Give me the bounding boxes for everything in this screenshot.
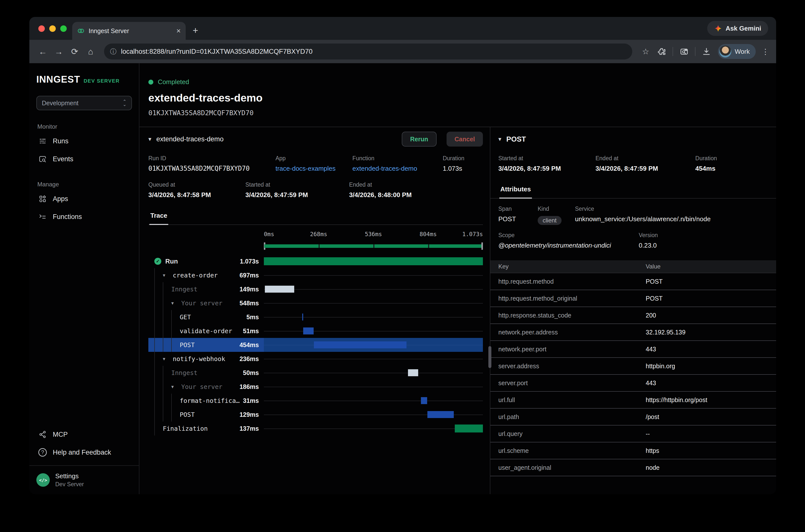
maximize-window-button[interactable] bbox=[60, 25, 67, 32]
tree-guide-line bbox=[171, 394, 180, 407]
trace-row[interactable]: GET5ms bbox=[148, 310, 483, 324]
attribute-row[interactable]: url.path/post bbox=[490, 408, 776, 425]
trace-row[interactable]: ▾notify-webhook236ms bbox=[148, 352, 483, 366]
span-bar[interactable] bbox=[314, 341, 407, 348]
attribute-row[interactable]: http.response.status_code200 bbox=[490, 307, 776, 324]
cancel-button[interactable]: Cancel bbox=[447, 132, 483, 147]
attribute-row[interactable]: server.addresshttpbin.org bbox=[490, 358, 776, 375]
row-track-line bbox=[264, 303, 483, 304]
main-content: Completed extended-traces-demo 01KJXTWA3… bbox=[139, 63, 776, 494]
back-icon[interactable]: ← bbox=[36, 47, 49, 56]
sidebar-item-apps[interactable]: Apps bbox=[36, 190, 132, 208]
sidebar-item-mcp[interactable]: MCP bbox=[36, 425, 132, 443]
tab-trace[interactable]: Trace bbox=[149, 208, 168, 225]
new-tab-button[interactable]: + bbox=[193, 25, 198, 36]
ask-gemini-button[interactable]: Ask Gemini bbox=[707, 21, 768, 36]
span-bar[interactable] bbox=[427, 411, 454, 418]
row-track-line bbox=[264, 401, 483, 401]
profile-button[interactable]: Work bbox=[718, 44, 756, 59]
span-bar[interactable] bbox=[264, 257, 483, 265]
attribute-row[interactable]: server.port443 bbox=[490, 375, 776, 392]
menu-kebab-icon[interactable]: ⋮ bbox=[762, 47, 769, 56]
tab-search-icon[interactable] bbox=[677, 47, 691, 56]
span-bar[interactable] bbox=[265, 286, 294, 292]
trace-row[interactable]: ▾create-order697ms bbox=[148, 268, 483, 282]
minimap-tick bbox=[373, 244, 374, 248]
attribute-row[interactable]: url.fullhttps://httpbin.org/post bbox=[490, 392, 776, 408]
row-track-line bbox=[264, 275, 483, 276]
attribute-row[interactable]: url.schemehttps bbox=[490, 442, 776, 459]
browser-tab[interactable]: Inngest Server × bbox=[72, 22, 186, 40]
trace-row[interactable]: Inngest50ms bbox=[148, 366, 483, 380]
timeline-minimap[interactable] bbox=[264, 242, 483, 250]
attribute-value: /post bbox=[646, 413, 776, 420]
forward-icon[interactable]: → bbox=[52, 47, 65, 56]
trace-row[interactable]: Finalization137ms bbox=[148, 421, 483, 435]
minimize-window-button[interactable] bbox=[49, 25, 56, 32]
attribute-key: url.scheme bbox=[498, 447, 646, 454]
tab-close-icon[interactable]: × bbox=[176, 27, 181, 35]
extensions-icon[interactable] bbox=[655, 47, 668, 56]
reload-icon[interactable]: ⟳ bbox=[68, 46, 81, 56]
sidebar-item-events[interactable]: Events bbox=[36, 150, 132, 168]
settings-button[interactable]: </> Settings Dev Server bbox=[30, 465, 139, 494]
app-link[interactable]: trace-docs-examples bbox=[276, 165, 353, 172]
manage-section-label: Manage bbox=[37, 181, 132, 188]
minimap-right-handle[interactable] bbox=[482, 242, 483, 250]
rerun-button[interactable]: Rerun bbox=[402, 132, 436, 147]
span-bar[interactable] bbox=[303, 327, 314, 335]
row-expand-chevron-icon[interactable]: ▾ bbox=[163, 272, 170, 278]
avatar bbox=[719, 45, 731, 57]
span-collapse-chevron-icon[interactable]: ▾ bbox=[498, 136, 501, 142]
span-bar[interactable] bbox=[421, 397, 427, 404]
close-window-button[interactable] bbox=[38, 25, 45, 32]
attribute-row[interactable]: url.query-- bbox=[490, 425, 776, 442]
trace-panel: ▾ extended-traces-demo Rerun Cancel Run … bbox=[139, 127, 490, 494]
trace-row[interactable]: ✓Run1.073s bbox=[148, 254, 483, 268]
sidebar-item-runs[interactable]: Runs bbox=[36, 132, 132, 150]
trace-row[interactable]: POST129ms bbox=[148, 407, 483, 421]
trace-row[interactable]: ▾Your server548ms bbox=[148, 296, 483, 310]
site-info-icon[interactable]: ⓘ bbox=[110, 47, 116, 56]
attribute-value: 443 bbox=[646, 379, 776, 387]
browser-tab-strip: Inngest Server × + Ask Gemini bbox=[30, 17, 776, 40]
trace-row[interactable]: format-notifica…31ms bbox=[148, 394, 483, 407]
attribute-row[interactable]: http.request.methodPOST bbox=[490, 273, 776, 290]
traffic-lights bbox=[38, 25, 67, 32]
attribute-row[interactable]: user_agent.originalnode bbox=[490, 459, 776, 476]
environment-value: Development bbox=[42, 99, 123, 107]
download-icon[interactable] bbox=[700, 47, 713, 56]
attribute-row[interactable]: network.peer.port443 bbox=[490, 341, 776, 358]
sidebar-item-help[interactable]: ? Help and Feedback bbox=[36, 443, 132, 461]
ended-at-value: 3/4/2026, 8:48:00 PM bbox=[349, 191, 483, 199]
sidebar-item-functions[interactable]: Functions bbox=[36, 208, 132, 226]
row-track-line bbox=[264, 429, 483, 429]
home-icon[interactable]: ⌂ bbox=[84, 47, 97, 56]
axis-tick: 536ms bbox=[365, 231, 382, 238]
trace-row[interactable]: ▾Your server186ms bbox=[148, 380, 483, 394]
bookmark-star-icon[interactable]: ☆ bbox=[639, 47, 652, 56]
span-bar[interactable] bbox=[408, 369, 418, 376]
trace-row[interactable]: Inngest149ms bbox=[148, 282, 483, 296]
attribute-row[interactable]: network.peer.address32.192.95.139 bbox=[490, 324, 776, 341]
scrollbar-thumb[interactable] bbox=[488, 346, 491, 368]
collapse-chevron-icon[interactable]: ▾ bbox=[148, 136, 151, 142]
run-id-label: Run ID bbox=[148, 155, 276, 162]
row-expand-chevron-icon[interactable]: ▾ bbox=[163, 356, 170, 362]
span-bar[interactable] bbox=[302, 314, 303, 321]
row-expand-chevron-icon[interactable]: ▾ bbox=[171, 384, 178, 390]
tree-guide-line bbox=[154, 421, 163, 435]
row-expand-chevron-icon[interactable]: ▾ bbox=[171, 300, 178, 306]
attribute-row[interactable]: http.request.method_originalPOST bbox=[490, 290, 776, 307]
tree-guide-line bbox=[154, 352, 163, 366]
tab-attributes[interactable]: Attributes bbox=[499, 182, 532, 198]
span-bar[interactable] bbox=[455, 424, 483, 433]
trace-row[interactable]: POST454ms bbox=[148, 338, 483, 352]
environment-select[interactable]: Development ⌃⌄ bbox=[36, 96, 132, 110]
function-link[interactable]: extended-traces-demo bbox=[353, 165, 443, 172]
trace-row[interactable]: validate-order51ms bbox=[148, 324, 483, 338]
toolbar-divider bbox=[673, 47, 673, 56]
tree-guide-line bbox=[154, 282, 163, 296]
url-bar[interactable]: ⓘ localhost:8288/run?runID=01KJXTWA35SA8… bbox=[104, 43, 632, 59]
version-value: 0.23.0 bbox=[639, 242, 768, 249]
